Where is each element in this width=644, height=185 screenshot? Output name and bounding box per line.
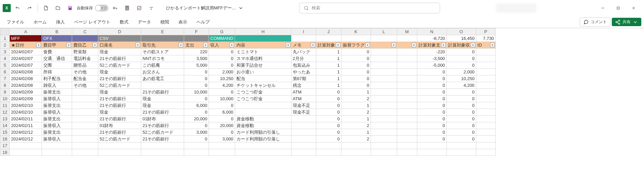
addin-icon[interactable] (134, 3, 145, 13)
cell-D7[interactable]: 21その筋銀行 (98, 75, 141, 82)
col-header-E[interactable]: E (141, 28, 184, 35)
cell-C17[interactable] (72, 142, 98, 149)
cell-D15[interactable]: 21その筋銀行 (98, 129, 141, 136)
cell-H15[interactable]: カード利用額の引落し (235, 129, 291, 136)
cell-G7[interactable]: 10,250 (209, 75, 235, 82)
cell-A10[interactable]: 2024/02/09 (10, 96, 42, 102)
cell-M7[interactable] (397, 75, 417, 82)
cell-L18[interactable] (371, 149, 397, 156)
ribbon-tab-1[interactable]: ホーム (30, 17, 51, 27)
cell-P13[interactable] (476, 116, 495, 122)
toggle-switch[interactable]: オフ (95, 5, 108, 11)
filter-dropdown-icon[interactable]: ▾ (229, 43, 234, 47)
col-header-N[interactable]: N (417, 28, 446, 35)
new-file-button[interactable] (41, 3, 51, 13)
cell-N11[interactable]: 0 (417, 102, 446, 109)
cell-L3[interactable] (371, 49, 397, 55)
cell-O3[interactable]: 0 (446, 49, 476, 55)
cell-H11[interactable] (235, 102, 291, 109)
comments-button[interactable]: コメント (580, 17, 610, 26)
cell-F17[interactable] (184, 142, 209, 149)
cell-A8[interactable]: 2024/02/08 (10, 82, 42, 89)
cell-M14[interactable] (397, 122, 417, 129)
cell-G18[interactable] (209, 149, 235, 156)
cell-A7[interactable]: 2024/02/08 (10, 75, 42, 82)
col-header-I[interactable]: I (291, 28, 316, 35)
field-header-N[interactable]: 計算対象支▾ (417, 42, 446, 49)
cell-P18[interactable] (476, 149, 495, 156)
cell-F6[interactable]: 0 (184, 69, 209, 75)
autosave-toggle[interactable]: 自動保存 オフ (77, 5, 108, 11)
col-header-F[interactable]: F (184, 28, 209, 35)
cell-F1[interactable] (184, 35, 209, 42)
cell-E17[interactable] (141, 142, 184, 149)
maximize-button[interactable] (610, 3, 626, 13)
cell-O14[interactable]: 0 (446, 122, 476, 129)
cell-C5[interactable]: 贈答品 (72, 62, 98, 69)
cell-B14[interactable]: 振替収入 (42, 122, 72, 129)
cell-O5[interactable]: 0 (446, 62, 476, 69)
cell-L15[interactable] (371, 129, 397, 136)
cell-C4[interactable]: 電話料金 (72, 55, 98, 62)
cell-F18[interactable] (184, 149, 209, 156)
cell-M10[interactable] (397, 96, 417, 102)
cell-J5[interactable]: 1 (316, 62, 341, 69)
cell-A11[interactable]: 2024/02/10 (10, 102, 42, 109)
cell-N16[interactable]: 0 (417, 136, 446, 142)
cell-I11[interactable]: 現金不足 (291, 102, 316, 109)
col-header-D[interactable]: D (98, 28, 141, 35)
cell-E6[interactable]: お父さん (141, 69, 184, 75)
cell-K11[interactable]: 1 (341, 102, 371, 109)
cell-G3[interactable]: 0 (209, 49, 235, 55)
cell-B17[interactable] (42, 142, 72, 149)
cell-L8[interactable] (371, 82, 397, 89)
cell-D18[interactable] (98, 149, 141, 156)
cell-J18[interactable] (316, 149, 341, 156)
cell-B6[interactable]: 所得 (42, 69, 72, 75)
customize-qat-icon[interactable] (146, 3, 157, 13)
row-header[interactable]: 8 (0, 82, 10, 89)
cell-K12[interactable]: 2 (341, 109, 371, 116)
cell-G6[interactable]: 2,000 (209, 69, 235, 75)
filename-dropdown[interactable]: ひかるインポート解説用MFFデー… (166, 5, 244, 11)
cell-I14[interactable] (291, 122, 316, 129)
cell-J13[interactable]: 0 (316, 116, 341, 122)
cell-M9[interactable] (397, 89, 417, 96)
row-header[interactable]: 7 (0, 75, 10, 82)
cell-N12[interactable]: 0 (417, 109, 446, 116)
cell-J10[interactable]: 0 (316, 96, 341, 102)
cell-M18[interactable] (397, 149, 417, 156)
cell-K5[interactable]: 0 (341, 62, 371, 69)
cell-P8[interactable] (476, 82, 495, 89)
cell-G13[interactable]: 0 (209, 116, 235, 122)
cell-D11[interactable]: 21その筋銀行 (98, 102, 141, 109)
minimize-button[interactable] (595, 3, 610, 13)
row-header[interactable]: 5 (0, 62, 10, 69)
filter-dropdown-icon[interactable]: ▾ (471, 43, 475, 47)
field-header-M[interactable]: ▾ (397, 42, 417, 49)
cell-F16[interactable]: 0 (184, 136, 209, 142)
cell-G17[interactable] (209, 142, 235, 149)
cell-J1[interactable] (316, 35, 341, 42)
cell-J15[interactable]: 0 (316, 129, 341, 136)
cell-E9[interactable]: 21その筋銀行 (141, 89, 184, 96)
cell-F5[interactable]: 5,000 (184, 62, 209, 69)
account-info[interactable] (496, 3, 536, 13)
cell-K16[interactable]: 2 (341, 136, 371, 142)
field-header-O[interactable]: 計算対象収▾ (446, 42, 476, 49)
cell-E3[interactable]: その筋ストア (141, 49, 184, 55)
cell-A9[interactable]: 2024/02/09 (10, 89, 42, 96)
cell-G14[interactable]: 20,000 (209, 122, 235, 129)
cell-H9[interactable]: こつこつ貯金 (235, 89, 291, 96)
cell-D12[interactable]: 現金 (98, 109, 141, 116)
cell-H6[interactable]: お小遣い (235, 69, 291, 75)
cell-H13[interactable]: 資金移動 (235, 116, 291, 122)
field-header-J[interactable]: 計算対象▾ (316, 42, 341, 49)
cell-J8[interactable]: 1 (316, 82, 341, 89)
cell-O18[interactable] (446, 149, 476, 156)
undo-button[interactable] (12, 3, 23, 13)
cell-O17[interactable] (446, 142, 476, 149)
cell-N13[interactable]: 0 (417, 116, 446, 122)
cell-P15[interactable] (476, 129, 495, 136)
cell-P9[interactable] (476, 89, 495, 96)
